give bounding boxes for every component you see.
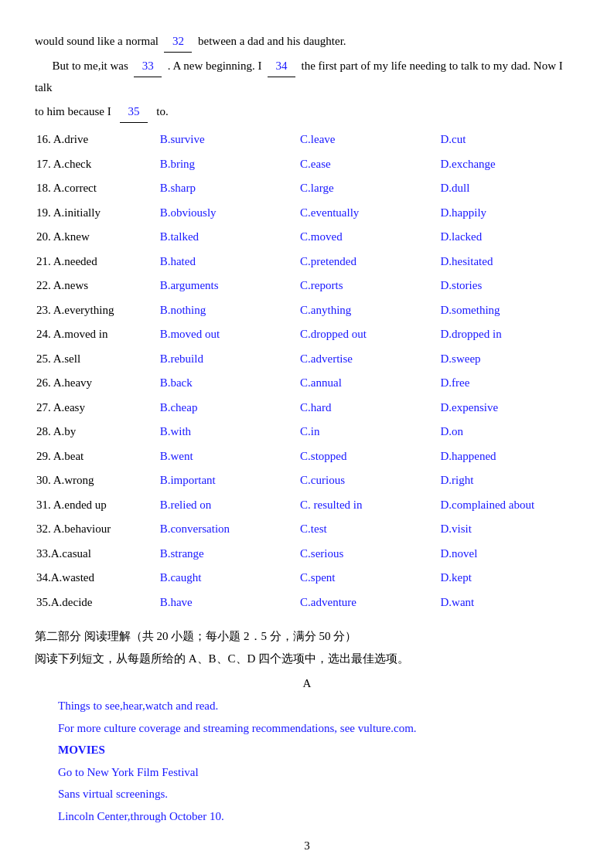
option-c: C.moved bbox=[298, 225, 438, 250]
question-num: 18. A.correct bbox=[35, 176, 159, 201]
option-c: C.leave bbox=[298, 128, 438, 152]
option-b: B.hated bbox=[159, 250, 298, 274]
passage-a-heading: MOVIES bbox=[58, 739, 571, 761]
option-d: D.kept bbox=[439, 566, 579, 591]
option-d: D.happily bbox=[439, 201, 579, 226]
passage-a-label: A bbox=[35, 677, 579, 690]
question-num: 19. A.initially bbox=[35, 201, 159, 226]
option-b: B.went bbox=[159, 444, 298, 469]
blank-35: 35 bbox=[120, 101, 148, 123]
table-row: 35.A.decideB.haveC.adventureD.want bbox=[35, 591, 579, 615]
option-b: B.with bbox=[159, 420, 298, 444]
option-b: B.rebuild bbox=[159, 347, 298, 372]
question-num: 33.A.casual bbox=[35, 542, 159, 567]
table-row: 31. A.ended upB.relied onC. resulted inD… bbox=[35, 493, 579, 518]
intro-paragraph: would sound like a normal 32 between a d… bbox=[35, 31, 579, 53]
intro-line3-end: to. bbox=[156, 105, 168, 117]
option-d: D.on bbox=[439, 420, 579, 444]
option-c: C.large bbox=[298, 176, 438, 201]
option-d: D.stories bbox=[439, 274, 579, 298]
table-row: 25. A.sellB.rebuildC.advertiseD.sweep bbox=[35, 347, 579, 372]
section2-header: 第二部分 阅读理解（共 20 小题；每小题 2．5 分，满分 50 分） bbox=[35, 625, 579, 648]
question-num: 22. A.news bbox=[35, 274, 159, 298]
option-c: C.in bbox=[298, 420, 438, 444]
question-num: 32. A.behaviour bbox=[35, 517, 159, 542]
blank-33: 33 bbox=[134, 56, 162, 77]
option-d: D.happened bbox=[439, 444, 579, 469]
option-b: B.relied on bbox=[159, 493, 298, 518]
table-row: 32. A.behaviourB.conversationC.testD.vis… bbox=[35, 517, 579, 542]
question-num: 17. A.check bbox=[35, 152, 159, 177]
table-row: 26. A.heavyB.backC.annualD.free bbox=[35, 371, 579, 396]
option-d: D.cut bbox=[439, 128, 579, 152]
option-d: D.exchange bbox=[439, 152, 579, 177]
table-row: 30. A.wrongB.importantC.curiousD.right bbox=[35, 468, 579, 493]
option-b: B.sharp bbox=[159, 176, 298, 201]
question-num: 27. A.easy bbox=[35, 396, 159, 420]
table-row: 22. A.newsB.argumentsC.reportsD.stories bbox=[35, 274, 579, 298]
question-num: 28. A.by bbox=[35, 420, 159, 444]
option-c: C. resulted in bbox=[298, 493, 438, 518]
question-num: 30. A.wrong bbox=[35, 468, 159, 493]
table-row: 21. A.neededB.hatedC.pretendedD.hesitate… bbox=[35, 250, 579, 274]
option-b: B.moved out bbox=[159, 322, 298, 347]
option-d: D.dull bbox=[439, 176, 579, 201]
table-row: 27. A.easyB.cheapC.hardD.expensive bbox=[35, 396, 579, 420]
option-d: D.novel bbox=[439, 542, 579, 567]
option-c: C.adventure bbox=[298, 591, 438, 615]
option-b: B.have bbox=[159, 591, 298, 615]
option-c: C.stopped bbox=[298, 444, 438, 469]
table-row: 20. A.knewB.talkedC.movedD.lacked bbox=[35, 225, 579, 250]
option-b: B.obviously bbox=[159, 201, 298, 226]
passage-a-line4: Sans virtual screenings. bbox=[58, 783, 571, 805]
question-num: 35.A.decide bbox=[35, 591, 159, 615]
table-row: 28. A.byB.withC.inD.on bbox=[35, 420, 579, 444]
option-b: B.conversation bbox=[159, 517, 298, 542]
option-d: D.something bbox=[439, 298, 579, 323]
page-number: 3 bbox=[35, 839, 579, 853]
option-d: D.expensive bbox=[439, 396, 579, 420]
intro-line2-mid: . A new beginning. I bbox=[168, 60, 262, 72]
option-b: B.important bbox=[159, 468, 298, 493]
table-row: 18. A.correctB.sharpC.largeD.dull bbox=[35, 176, 579, 201]
passage-a-block: Things to see,hear,watch and read. For m… bbox=[35, 695, 579, 827]
option-d: D.want bbox=[439, 591, 579, 615]
intro-line3-pre: to him because I bbox=[35, 105, 111, 117]
option-c: C.reports bbox=[298, 274, 438, 298]
option-b: B.nothing bbox=[159, 298, 298, 323]
option-c: C.eventually bbox=[298, 201, 438, 226]
option-b: B.survive bbox=[159, 128, 298, 152]
section2-instruction: 阅读下列短文，从每题所给的 A、B、C、D 四个选项中，选出最佳选项。 bbox=[35, 648, 579, 670]
question-num: 21. A.needed bbox=[35, 250, 159, 274]
intro-line3: to him because I 35 to. bbox=[35, 101, 579, 123]
option-c: C.pretended bbox=[298, 250, 438, 274]
option-d: D.hesitated bbox=[439, 250, 579, 274]
question-num: 25. A.sell bbox=[35, 347, 159, 372]
option-b: B.caught bbox=[159, 566, 298, 591]
passage-a-line5: Lincoln Center,through October 10. bbox=[58, 805, 571, 828]
table-row: 17. A.checkB.bringC.easeD.exchange bbox=[35, 152, 579, 177]
table-row: 23. A.everythingB.nothingC.anythingD.som… bbox=[35, 298, 579, 323]
option-c: C.serious bbox=[298, 542, 438, 567]
option-c: C.spent bbox=[298, 566, 438, 591]
question-num: 24. A.moved in bbox=[35, 322, 159, 347]
option-b: B.arguments bbox=[159, 274, 298, 298]
question-num: 16. A.drive bbox=[35, 128, 159, 152]
option-b: B.talked bbox=[159, 225, 298, 250]
option-b: B.cheap bbox=[159, 396, 298, 420]
question-num: 26. A.heavy bbox=[35, 371, 159, 396]
question-num: 29. A.beat bbox=[35, 444, 159, 469]
question-num: 20. A.knew bbox=[35, 225, 159, 250]
table-row: 34.A.wastedB.caughtC.spentD.kept bbox=[35, 566, 579, 591]
option-b: B.bring bbox=[159, 152, 298, 177]
intro-line2-pre: But to me,it was bbox=[53, 60, 128, 72]
option-c: C.anything bbox=[298, 298, 438, 323]
intro-line2: But to me,it was 33 . A new beginning. I… bbox=[35, 56, 579, 98]
option-c: C.test bbox=[298, 517, 438, 542]
passage-a-line1: Things to see,hear,watch and read. bbox=[58, 695, 571, 717]
option-c: C.hard bbox=[298, 396, 438, 420]
table-row: 33.A.casualB.strangeC.seriousD.novel bbox=[35, 542, 579, 567]
intro-line1b-text: between a dad and his daughter. bbox=[198, 35, 346, 47]
table-row: 29. A.beatB.wentC.stoppedD.happened bbox=[35, 444, 579, 469]
passage-a-line3: Go to New York Film Festival bbox=[58, 761, 571, 784]
